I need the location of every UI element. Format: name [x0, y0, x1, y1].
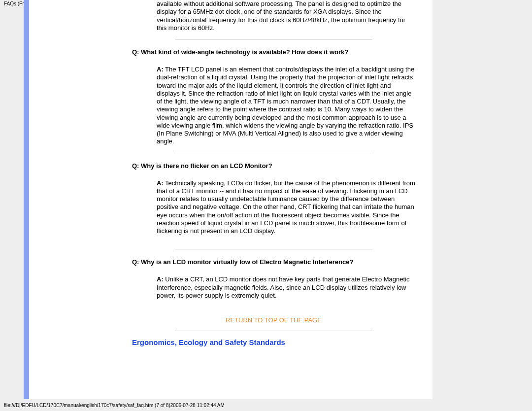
q-text: Why is an LCD monitor virtually low of E… — [139, 258, 353, 266]
q-label: Q: — [132, 48, 139, 56]
a-label: A: — [157, 179, 164, 187]
separator — [175, 153, 372, 153]
a-text: Unlike a CRT, an LCD monitor does not ha… — [157, 275, 410, 299]
separator — [175, 249, 372, 249]
q-text: What kind of wide-angle technology is av… — [139, 48, 348, 56]
a-text: Technically speaking, LCDs do flicker, b… — [157, 179, 415, 235]
separator — [175, 331, 372, 331]
faq-answer-1: A: The TFT LCD panel is an element that … — [157, 66, 415, 146]
faq-question-2: Q: Why is there no flicker on an LCD Mon… — [132, 162, 415, 170]
return-to-top-link[interactable]: RETURN TO TOP OF THE PAGE — [132, 316, 415, 324]
separator — [175, 39, 372, 39]
faq-answer-3: A: Unlike a CRT, an LCD monitor does not… — [157, 275, 415, 300]
section-heading-ergonomics: Ergonomics, Ecology and Safety Standards — [132, 338, 415, 346]
a-text: The TFT LCD panel is an element that con… — [157, 66, 414, 145]
q-label: Q: — [132, 162, 139, 170]
footer-file-path: file:///D|/EDFU/LCD/170C7/manual/english… — [4, 403, 225, 408]
main-content: available without additional software pr… — [132, 0, 415, 346]
faq-question-1: Q: What kind of wide-angle technology is… — [132, 48, 415, 56]
faq-answer-2: A: Technically speaking, LCDs do flicker… — [157, 179, 415, 236]
document-page: available without additional software pr… — [24, 0, 432, 399]
q-text: Why is there no flicker on an LCD Monito… — [139, 162, 272, 170]
side-accent-bar — [24, 0, 29, 399]
a-label: A: — [157, 275, 164, 283]
intro-paragraph: available without additional software pr… — [157, 0, 415, 32]
a-label: A: — [157, 66, 164, 73]
q-label: Q: — [132, 258, 139, 266]
faq-question-3: Q: Why is an LCD monitor virtually low o… — [132, 258, 415, 266]
